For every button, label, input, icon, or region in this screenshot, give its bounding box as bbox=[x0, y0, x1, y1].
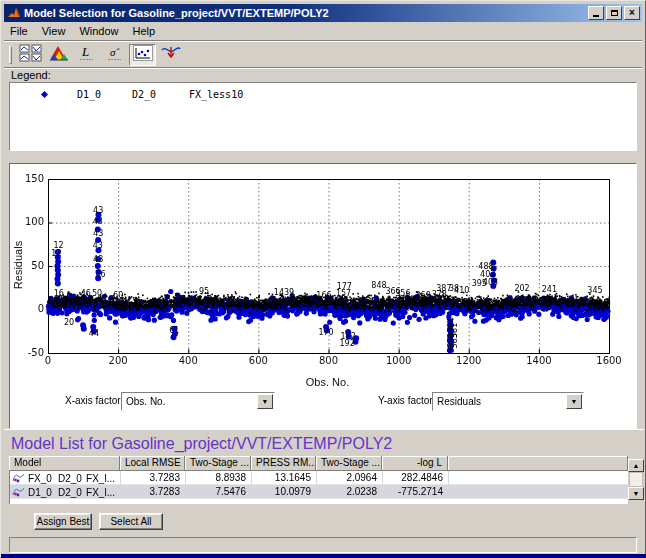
y-axis-label: Residuals bbox=[12, 235, 24, 295]
menu-bar: FileViewWindowHelp bbox=[4, 23, 642, 40]
column-header[interactable]: Two-Stage ... bbox=[316, 456, 382, 471]
menu-item-help[interactable]: Help bbox=[127, 24, 164, 39]
close-icon: × bbox=[629, 8, 635, 18]
likelihood-button[interactable]: L bbox=[73, 44, 100, 66]
legend-entry-d2_0: D2_0 bbox=[132, 89, 156, 100]
model-icon bbox=[12, 472, 25, 485]
x-factor-dropdown-arrow[interactable]: ▼ bbox=[257, 394, 273, 409]
model-part: D2_0 bbox=[58, 473, 86, 484]
close-button[interactable]: × bbox=[624, 6, 640, 20]
surface-3d-icon bbox=[49, 44, 69, 66]
maximize-button[interactable] bbox=[606, 6, 622, 20]
value-cell: -775.2714 bbox=[383, 485, 449, 499]
subplot-view-button[interactable] bbox=[17, 44, 44, 66]
column-header[interactable]: -log L bbox=[382, 456, 448, 471]
svg-text:σ̂: σ̂ bbox=[110, 46, 120, 58]
legend-entry-fx_less10: FX_less10 bbox=[189, 89, 243, 100]
x-factor-label: X-axis factor: bbox=[65, 395, 123, 406]
menu-separator bbox=[4, 40, 642, 42]
toolbar-separator bbox=[4, 67, 642, 69]
model-cell: FX_0D2_0FX_l... bbox=[10, 471, 121, 485]
sigma-hat-icon: σ̂ bbox=[105, 44, 125, 66]
row-filler bbox=[449, 485, 628, 499]
curve-arrow-icon bbox=[160, 44, 182, 66]
legend-entry-row: D1_0D2_0FX_less10 bbox=[10, 88, 636, 104]
surface-view-button[interactable] bbox=[45, 44, 72, 66]
y-factor-select[interactable]: Residuals ▼ bbox=[432, 392, 584, 411]
value-cell: 282.4846 bbox=[383, 471, 449, 485]
model-list-table: ModelLocal RMSETwo-Stage ...PRESS RM...T… bbox=[9, 456, 644, 504]
assign-best-button[interactable]: Assign Best bbox=[34, 513, 92, 530]
multi-plot-icon bbox=[19, 44, 42, 66]
column-header[interactable]: PRESS RM... bbox=[251, 456, 316, 471]
window-title: Model Selection for Gasoline_project/VVT… bbox=[24, 7, 586, 19]
value-cell: 10.0979 bbox=[252, 485, 317, 499]
toolbar: Lσ̂ bbox=[4, 43, 642, 67]
y-factor-label: Y-axis factor: bbox=[378, 395, 435, 406]
value-cell: 3.7283 bbox=[121, 471, 186, 485]
outlier-removal-button[interactable] bbox=[157, 44, 184, 66]
y-factor-dropdown-arrow[interactable]: ▼ bbox=[566, 394, 582, 409]
legend-label: Legend: bbox=[11, 69, 51, 81]
status-bar bbox=[9, 537, 637, 553]
value-cell: 13.1645 bbox=[252, 471, 317, 485]
model-part: D2_0 bbox=[58, 487, 86, 498]
value-cell: 2.0238 bbox=[317, 485, 383, 499]
value-cell: 3.7283 bbox=[121, 485, 186, 499]
legend-panel: D1_0D2_0FX_less10 bbox=[9, 82, 637, 151]
x-factor-select[interactable]: Obs. No. ▼ bbox=[121, 392, 275, 411]
model-icon bbox=[12, 486, 25, 499]
row-filler bbox=[449, 471, 628, 485]
scatter-view-button[interactable] bbox=[129, 44, 156, 66]
menu-item-window[interactable]: Window bbox=[73, 24, 126, 39]
select-all-button[interactable]: Select All bbox=[99, 513, 163, 530]
column-header[interactable]: Two-Stage ... bbox=[185, 456, 251, 471]
column-header[interactable]: Model bbox=[9, 456, 120, 471]
column-header[interactable]: Local RMSE bbox=[120, 456, 185, 471]
table-body: FX_0D2_0FX_l...3.72838.893813.16452.0964… bbox=[9, 471, 628, 504]
scroll-down-button[interactable]: ▼ bbox=[628, 487, 644, 500]
minimize-icon bbox=[593, 15, 599, 17]
scatter-plot-icon bbox=[133, 45, 153, 65]
model-part: D1_0 bbox=[28, 487, 58, 498]
title-bar[interactable]: Model Selection for Gasoline_project/VVT… bbox=[4, 4, 642, 22]
menu-item-view[interactable]: View bbox=[36, 24, 74, 39]
maximize-icon bbox=[611, 10, 618, 16]
rmse-button[interactable]: σ̂ bbox=[101, 44, 128, 66]
model-part: FX_0 bbox=[28, 473, 58, 484]
y-factor-value: Residuals bbox=[437, 396, 481, 407]
likelihood-icon: L bbox=[77, 44, 97, 66]
menu-item-file[interactable]: File bbox=[4, 24, 36, 39]
column-header-filler bbox=[448, 456, 628, 471]
minimize-button[interactable] bbox=[588, 6, 604, 20]
table-scrollbar[interactable]: ▲ ▼ bbox=[628, 456, 644, 502]
table-row[interactable]: D1_0D2_0FX_l...3.72837.547610.09792.0238… bbox=[10, 485, 628, 499]
model-cell: D1_0D2_0FX_l... bbox=[10, 485, 121, 499]
model-part: FX_l... bbox=[86, 473, 115, 484]
value-cell: 8.8938 bbox=[186, 471, 252, 485]
plot-panel: Residuals Obs. No. X-axis factor: Obs. N… bbox=[9, 163, 637, 429]
legend-marker-icon bbox=[41, 91, 48, 98]
model-selection-window: Model Selection for Gasoline_project/VVT… bbox=[0, 0, 646, 558]
table-header-row: ModelLocal RMSETwo-Stage ...PRESS RM...T… bbox=[9, 456, 628, 471]
scroll-up-button[interactable]: ▲ bbox=[628, 459, 644, 472]
svg-text:L: L bbox=[81, 44, 89, 59]
x-factor-value: Obs. No. bbox=[126, 396, 165, 407]
residuals-scatter-plot[interactable] bbox=[11, 165, 635, 377]
x-axis-label: Obs. No. bbox=[47, 376, 608, 388]
model-list-title: Model List for Gasoline_project/VVT/EXTE… bbox=[4, 429, 644, 456]
background-edge bbox=[1, 554, 646, 558]
value-cell: 7.5476 bbox=[186, 485, 252, 499]
legend-entry-d1_0: D1_0 bbox=[77, 89, 101, 100]
scrollbar-track[interactable] bbox=[629, 472, 643, 487]
toolbar-grip[interactable] bbox=[9, 46, 12, 64]
matlab-icon bbox=[7, 6, 21, 20]
table-row[interactable]: FX_0D2_0FX_l...3.72838.893813.16452.0964… bbox=[10, 471, 628, 485]
value-cell: 2.0964 bbox=[317, 471, 383, 485]
model-part: FX_l... bbox=[86, 487, 115, 498]
